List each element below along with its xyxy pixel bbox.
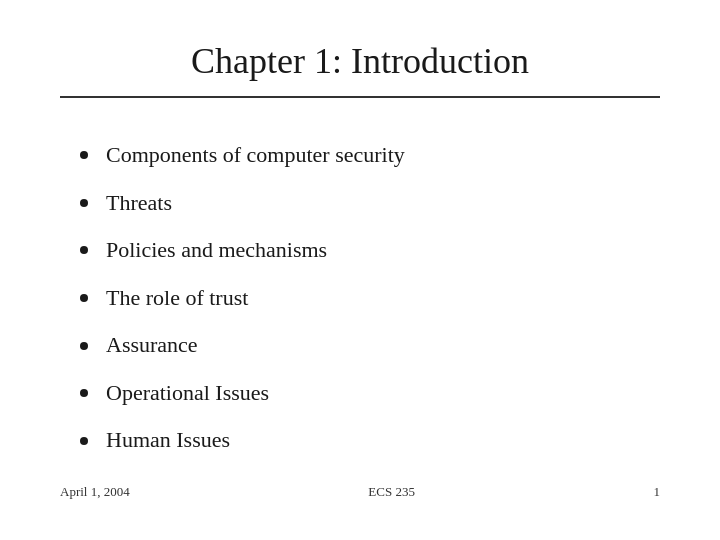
- bullet-item: Components of computer security: [80, 141, 660, 170]
- bullet-dot: [80, 294, 88, 302]
- bullet-dot: [80, 199, 88, 207]
- bullet-dot: [80, 246, 88, 254]
- title-divider: [60, 96, 660, 98]
- slide: Chapter 1: Introduction Components of co…: [0, 0, 720, 540]
- slide-footer: April 1, 2004 ECS 235 1: [60, 484, 660, 500]
- bullet-dot: [80, 437, 88, 445]
- bullet-item: The role of trust: [80, 284, 660, 313]
- bullet-list: Components of computer securityThreatsPo…: [60, 122, 660, 474]
- bullet-text-5: Operational Issues: [106, 379, 269, 408]
- bullet-dot: [80, 389, 88, 397]
- bullet-dot: [80, 342, 88, 350]
- footer-page: 1: [653, 484, 660, 500]
- bullet-text-2: Policies and mechanisms: [106, 236, 327, 265]
- bullet-text-0: Components of computer security: [106, 141, 405, 170]
- bullet-text-3: The role of trust: [106, 284, 248, 313]
- footer-course: ECS 235: [368, 484, 415, 500]
- bullet-text-4: Assurance: [106, 331, 198, 360]
- footer-date: April 1, 2004: [60, 484, 130, 500]
- bullet-text-6: Human Issues: [106, 426, 230, 455]
- bullet-dot: [80, 151, 88, 159]
- bullet-text-1: Threats: [106, 189, 172, 218]
- bullet-item: Assurance: [80, 331, 660, 360]
- slide-title: Chapter 1: Introduction: [60, 40, 660, 82]
- bullet-item: Operational Issues: [80, 379, 660, 408]
- bullet-item: Threats: [80, 189, 660, 218]
- bullet-item: Human Issues: [80, 426, 660, 455]
- bullet-item: Policies and mechanisms: [80, 236, 660, 265]
